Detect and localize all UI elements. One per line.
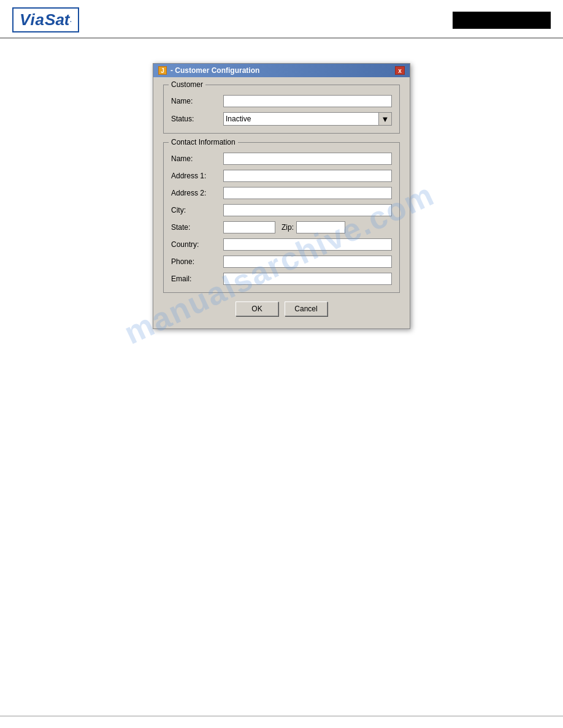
customer-name-label: Name:	[171, 97, 223, 105]
city-label: City:	[171, 206, 223, 214]
contact-name-label: Name:	[171, 154, 223, 163]
customer-status-select[interactable]: Inactive Active	[223, 112, 392, 126]
country-row: Country:	[171, 238, 392, 251]
phone-row: Phone:	[171, 256, 392, 268]
email-label: Email:	[171, 275, 223, 283]
button-row: OK Cancel	[163, 301, 400, 319]
main-content: J - Customer Configuration x Customer Na…	[0, 39, 563, 354]
customer-config-dialog: J - Customer Configuration x Customer Na…	[153, 63, 410, 329]
address2-label: Address 2:	[171, 189, 223, 197]
city-input[interactable]	[223, 204, 392, 216]
zip-label: Zip:	[282, 223, 294, 232]
dialog-icon: J	[158, 66, 167, 75]
status-select-wrapper: Inactive Active ▼	[223, 112, 392, 126]
contact-name-input[interactable]	[223, 153, 392, 165]
customer-status-label: Status:	[171, 115, 223, 123]
state-input[interactable]	[223, 221, 275, 233]
customer-group-legend: Customer	[169, 80, 205, 89]
dialog-title: - Customer Configuration	[170, 66, 259, 75]
dialog-body: Customer Name: Status: Inactive Active ▼	[153, 77, 410, 328]
zip-input[interactable]	[296, 221, 345, 233]
logo-area: ViaSat.	[12, 7, 79, 32]
page-footer	[0, 716, 563, 728]
page-header: ViaSat.	[0, 0, 563, 39]
contact-name-row: Name:	[171, 153, 392, 165]
address2-input[interactable]	[223, 187, 392, 199]
address1-label: Address 1:	[171, 172, 223, 180]
email-row: Email:	[171, 273, 392, 285]
phone-label: Phone:	[171, 257, 223, 266]
logo-text: Via	[20, 10, 45, 29]
logo-dot: .	[70, 14, 72, 24]
header-black-bar	[453, 12, 551, 29]
dialog-titlebar: J - Customer Configuration x	[153, 64, 410, 77]
country-label: Country:	[171, 240, 223, 249]
customer-status-row: Status: Inactive Active ▼	[171, 112, 392, 126]
address2-row: Address 2:	[171, 187, 392, 199]
email-input[interactable]	[223, 273, 392, 285]
address1-row: Address 1:	[171, 170, 392, 182]
phone-input[interactable]	[223, 256, 392, 268]
dialog-close-button[interactable]: x	[395, 66, 405, 75]
cancel-button[interactable]: Cancel	[285, 301, 327, 316]
dialog-title-left: J - Customer Configuration	[158, 66, 259, 75]
country-input[interactable]	[223, 238, 392, 251]
customer-group: Customer Name: Status: Inactive Active ▼	[163, 85, 400, 134]
state-label: State:	[171, 223, 223, 232]
ok-button[interactable]: OK	[236, 301, 278, 316]
address1-input[interactable]	[223, 170, 392, 182]
logo-text-2: Sat	[45, 10, 69, 29]
city-row: City:	[171, 204, 392, 216]
contact-info-group: Contact Information Name: Address 1: Add…	[163, 142, 400, 293]
state-zip-row: State: Zip:	[171, 221, 392, 233]
customer-name-input[interactable]	[223, 95, 392, 107]
customer-name-row: Name:	[171, 95, 392, 107]
contact-group-legend: Contact Information	[169, 138, 238, 146]
